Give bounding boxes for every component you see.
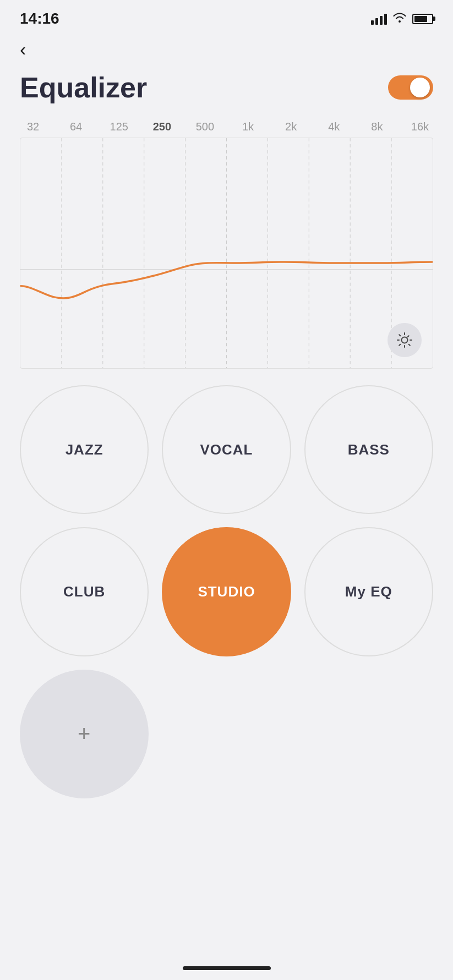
eq-container: 32 64 125 250 500 1k 2k 4k 8k 16k [0, 121, 453, 369]
signal-icon [371, 13, 387, 25]
eq-chart[interactable] [20, 138, 433, 369]
freq-2k: 2k [280, 121, 302, 133]
back-button[interactable]: ‹ [0, 33, 453, 65]
status-time: 14:16 [20, 10, 59, 28]
freq-1k: 1k [237, 121, 259, 133]
eq-frequency-labels: 32 64 125 250 500 1k 2k 4k 8k 16k [20, 121, 433, 133]
freq-16k: 16k [409, 121, 431, 133]
freq-500: 500 [194, 121, 216, 133]
add-preset-button[interactable]: + [20, 670, 149, 798]
preset-jazz[interactable]: JAZZ [20, 385, 149, 514]
preset-myeq[interactable]: My EQ [304, 527, 433, 656]
wifi-icon [392, 12, 407, 26]
freq-125: 125 [108, 121, 130, 133]
freq-8k: 8k [366, 121, 388, 133]
preset-vocal-label: VOCAL [200, 441, 253, 458]
preset-studio[interactable]: STUDIO [162, 527, 291, 656]
preset-vocal[interactable]: VOCAL [162, 385, 291, 514]
back-arrow-icon: ‹ [20, 39, 26, 59]
status-icons [371, 12, 433, 26]
freq-250: 250 [151, 121, 173, 133]
gear-icon [396, 332, 413, 348]
presets-grid: JAZZ VOCAL BASS CLUB STUDIO My EQ + [20, 385, 433, 798]
preset-bass[interactable]: BASS [304, 385, 433, 514]
page-title: Equalizer [20, 71, 147, 104]
preset-bass-label: BASS [348, 441, 390, 458]
freq-4k: 4k [323, 121, 345, 133]
status-bar: 14:16 [0, 0, 453, 33]
equalizer-toggle[interactable] [388, 75, 433, 100]
gear-button[interactable] [387, 323, 422, 357]
freq-64: 64 [65, 121, 87, 133]
home-indicator [183, 966, 271, 970]
add-preset-icon: + [78, 721, 91, 746]
preset-club[interactable]: CLUB [20, 527, 149, 656]
page-header: Equalizer [0, 65, 453, 115]
preset-jazz-label: JAZZ [66, 441, 103, 458]
presets-section: JAZZ VOCAL BASS CLUB STUDIO My EQ + [0, 369, 453, 809]
freq-32: 32 [22, 121, 44, 133]
preset-studio-label: STUDIO [198, 583, 255, 600]
battery-icon [412, 14, 433, 24]
preset-club-label: CLUB [63, 583, 105, 600]
toggle-knob [410, 78, 430, 97]
preset-myeq-label: My EQ [345, 583, 392, 600]
